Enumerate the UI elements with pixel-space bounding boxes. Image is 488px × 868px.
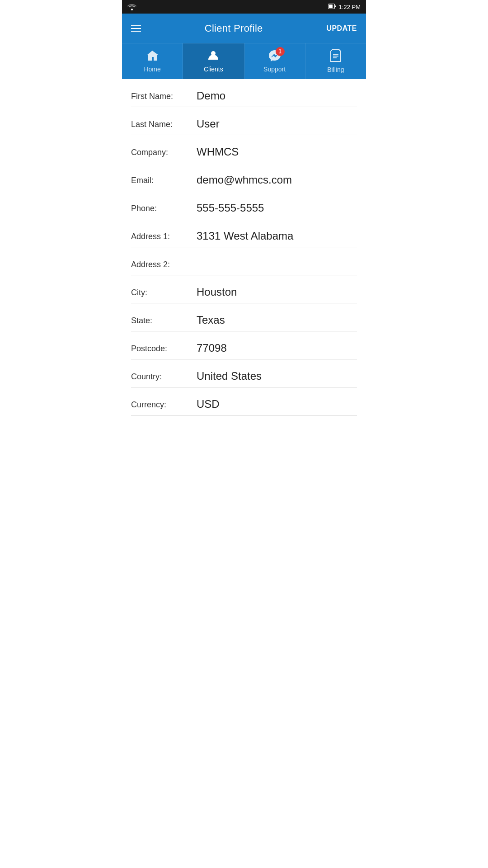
- value-email[interactable]: demo@whmcs.com: [197, 174, 357, 187]
- value-address1[interactable]: 3131 West Alabama: [197, 230, 357, 243]
- billing-icon: [330, 49, 341, 64]
- svg-rect-1: [329, 5, 333, 8]
- form-row-address2[interactable]: Address 2:: [131, 247, 357, 275]
- value-country[interactable]: United States: [197, 370, 357, 383]
- tab-clients[interactable]: Clients: [183, 43, 244, 79]
- tab-billing[interactable]: Billing: [305, 43, 366, 79]
- wifi-icon: [127, 3, 136, 10]
- form-row-city[interactable]: City:Houston: [131, 275, 357, 303]
- form-row-postcode[interactable]: Postcode:77098: [131, 331, 357, 359]
- battery-icon: [328, 4, 336, 10]
- label-phone: Phone:: [131, 204, 197, 215]
- label-address2: Address 2:: [131, 260, 197, 271]
- update-button[interactable]: UPDATE: [326, 23, 357, 34]
- label-company: Company:: [131, 148, 197, 159]
- label-email: Email:: [131, 176, 197, 187]
- label-city: City:: [131, 288, 197, 299]
- value-currency[interactable]: USD: [197, 398, 357, 411]
- label-address1: Address 1:: [131, 232, 197, 243]
- form-row-country[interactable]: Country:United States: [131, 359, 357, 387]
- value-phone[interactable]: 555-555-5555: [197, 202, 357, 215]
- label-country: Country:: [131, 372, 197, 383]
- form-row-phone[interactable]: Phone:555-555-5555: [131, 191, 357, 219]
- label-postcode: Postcode:: [131, 344, 197, 355]
- label-first-name: First Name:: [131, 92, 197, 103]
- tab-home[interactable]: Home: [122, 43, 183, 79]
- tab-home-label: Home: [144, 66, 160, 73]
- clients-icon: [207, 50, 219, 63]
- profile-form: First Name:DemoLast Name:UserCompany:WHM…: [122, 79, 366, 415]
- status-bar: 1:22 PM: [122, 0, 366, 14]
- value-last-name[interactable]: User: [197, 118, 357, 131]
- form-row-address1[interactable]: Address 1:3131 West Alabama: [131, 219, 357, 247]
- form-row-state[interactable]: State:Texas: [131, 303, 357, 331]
- label-currency: Currency:: [131, 400, 197, 411]
- form-row-email[interactable]: Email:demo@whmcs.com: [131, 163, 357, 191]
- status-bar-right: 1:22 PM: [328, 4, 361, 10]
- home-icon: [146, 50, 159, 63]
- value-company[interactable]: WHMCS: [197, 146, 357, 159]
- value-state[interactable]: Texas: [197, 314, 357, 327]
- form-row-currency[interactable]: Currency:USD: [131, 387, 357, 415]
- value-first-name[interactable]: Demo: [197, 90, 357, 103]
- value-address2[interactable]: [197, 259, 357, 271]
- time-display: 1:22 PM: [339, 4, 361, 10]
- support-badge: 1: [276, 47, 285, 56]
- tab-clients-label: Clients: [204, 66, 223, 73]
- menu-button[interactable]: [131, 25, 141, 32]
- form-row-company[interactable]: Company:WHMCS: [131, 135, 357, 163]
- form-row-last-name[interactable]: Last Name:User: [131, 107, 357, 135]
- value-city[interactable]: Houston: [197, 286, 357, 299]
- status-bar-left: [127, 3, 136, 10]
- page-title: Client Profile: [205, 23, 263, 34]
- tab-support-label: Support: [263, 66, 286, 73]
- tab-bar: Home Clients 1 Support Billing: [122, 43, 366, 79]
- form-row-first-name[interactable]: First Name:Demo: [131, 79, 357, 107]
- tab-billing-label: Billing: [327, 66, 344, 73]
- tab-support[interactable]: 1 Support: [244, 43, 305, 79]
- label-state: State:: [131, 316, 197, 327]
- value-postcode[interactable]: 77098: [197, 342, 357, 355]
- label-last-name: Last Name:: [131, 120, 197, 131]
- app-bar: Client Profile UPDATE: [122, 14, 366, 43]
